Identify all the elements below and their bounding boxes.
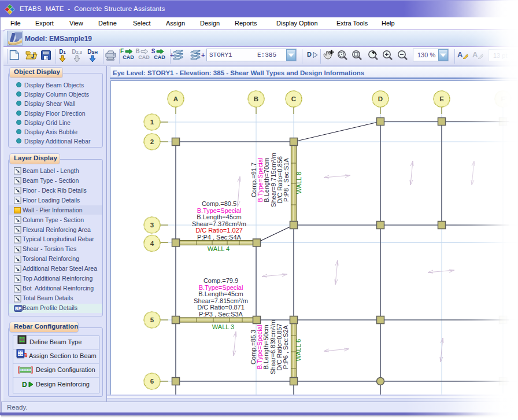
svg-text:5: 5 bbox=[150, 316, 154, 323]
svg-text:Shear=9.715cm²/m: Shear=9.715cm²/m bbox=[270, 153, 277, 207]
svg-text:P:P6 , Sec:S2A: P:P6 , Sec:S2A bbox=[282, 325, 289, 369]
svg-text:1: 1 bbox=[150, 119, 154, 126]
svg-text:WALL 6: WALL 6 bbox=[295, 339, 302, 361]
svg-text:Comp.=91.7: Comp.=91.7 bbox=[250, 163, 257, 197]
svg-text:D/C Ratio=0.871: D/C Ratio=0.871 bbox=[197, 304, 245, 311]
svg-text:P:P3 , Sec:S3A: P:P3 , Sec:S3A bbox=[199, 311, 243, 318]
svg-text:WALL 4: WALL 4 bbox=[208, 245, 230, 252]
svg-text:C: C bbox=[291, 95, 296, 102]
svg-text:B.Length=45cm: B.Length=45cm bbox=[198, 290, 243, 297]
svg-text:Comp.=80.5: Comp.=80.5 bbox=[202, 200, 236, 207]
svg-text:B.Type=Special: B.Type=Special bbox=[256, 325, 263, 370]
svg-text:B.Type=Special: B.Type=Special bbox=[199, 284, 243, 291]
svg-text:E: E bbox=[439, 95, 444, 102]
svg-text:3: 3 bbox=[150, 222, 154, 229]
svg-text:WALL 3: WALL 3 bbox=[212, 323, 234, 330]
svg-text:Comp.=85.3: Comp.=85.3 bbox=[250, 330, 257, 364]
svg-text:6: 6 bbox=[150, 378, 154, 385]
svg-text:Shear=6.839cm²/m: Shear=6.839cm²/m bbox=[269, 320, 276, 374]
svg-text:Shear=7.376cm²/m: Shear=7.376cm²/m bbox=[192, 220, 246, 227]
svg-text:2: 2 bbox=[150, 138, 154, 145]
svg-text:P:P4 , Sec:S4A: P:P4 , Sec:S4A bbox=[197, 234, 241, 241]
svg-text:D/C Ratio=0.856: D/C Ratio=0.856 bbox=[276, 156, 283, 204]
svg-text:B.Length=70cm: B.Length=70cm bbox=[263, 157, 270, 202]
svg-text:A: A bbox=[173, 95, 178, 102]
svg-text:D/C Ratio=0.857: D/C Ratio=0.857 bbox=[276, 323, 283, 371]
svg-text:Comp.=79.9: Comp.=79.9 bbox=[204, 277, 238, 284]
svg-text:D: D bbox=[378, 95, 383, 102]
svg-text:WALL 8: WALL 8 bbox=[295, 172, 302, 194]
svg-text:B.Length=45cm: B.Length=45cm bbox=[197, 213, 241, 220]
svg-text:B.Length=50cm: B.Length=50cm bbox=[262, 325, 269, 369]
svg-text:P:P8 , Sec:S1A: P:P8 , Sec:S1A bbox=[283, 157, 290, 201]
svg-text:B.Type=Special: B.Type=Special bbox=[257, 158, 264, 202]
svg-text:B.Type=Special: B.Type=Special bbox=[197, 207, 242, 214]
svg-text:B: B bbox=[254, 95, 258, 102]
svg-text:Shear=7.815cm²/m: Shear=7.815cm²/m bbox=[194, 297, 248, 304]
svg-text:F: F bbox=[501, 95, 505, 102]
svg-text:4: 4 bbox=[150, 240, 154, 247]
svg-text:D/C Ratio=1.027: D/C Ratio=1.027 bbox=[195, 227, 243, 234]
